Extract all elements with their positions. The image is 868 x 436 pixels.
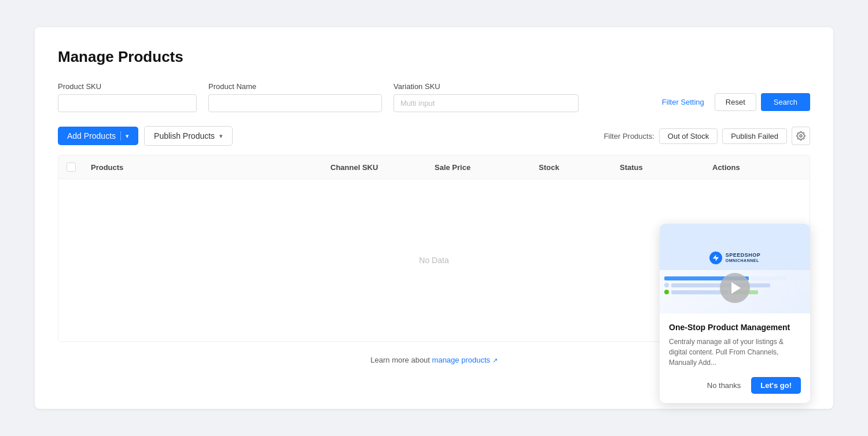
product-sku-input[interactable] bbox=[58, 94, 197, 112]
no-data-message: No Data bbox=[419, 256, 448, 265]
filter-products-label: Filter Products: bbox=[604, 132, 654, 141]
mini-bar-4 bbox=[671, 290, 728, 294]
mini-dot-1 bbox=[664, 283, 669, 287]
publish-products-label: Publish Products bbox=[154, 131, 215, 141]
brand-name-line2: OMNICHANNEL bbox=[726, 258, 761, 263]
channel-sku-column-header: Channel SKU bbox=[323, 162, 428, 172]
select-all-checkbox[interactable] bbox=[67, 162, 76, 172]
filter-products-section: Filter Products: Out of Stock Publish Fa… bbox=[604, 127, 810, 145]
gear-icon bbox=[796, 131, 806, 141]
page-container: Manage Products Product SKU Product Name… bbox=[35, 27, 833, 409]
filter-setting-button[interactable]: Filter Setting bbox=[656, 93, 710, 111]
button-divider bbox=[120, 131, 121, 141]
popup-description: Centraly manage all of your listings & d… bbox=[669, 337, 801, 368]
popup-brand: SPEEDSHOP OMNICHANNEL bbox=[709, 252, 761, 264]
products-column-header: Products bbox=[84, 162, 323, 172]
page-title: Manage Products bbox=[58, 48, 810, 66]
actions-column-header: Actions bbox=[705, 162, 810, 172]
product-name-label: Product Name bbox=[208, 82, 382, 91]
play-video-button[interactable] bbox=[720, 273, 750, 303]
product-name-field: Product Name bbox=[208, 82, 382, 112]
publish-products-button[interactable]: Publish Products ▾ bbox=[144, 126, 233, 146]
chevron-down-icon: ▾ bbox=[126, 132, 129, 140]
search-button[interactable]: Search bbox=[761, 93, 810, 111]
popup-card-body: One-Stop Product Management Centraly man… bbox=[660, 313, 810, 403]
footer-text-prefix: Learn more about bbox=[370, 356, 432, 364]
mini-dot-green bbox=[664, 290, 669, 294]
out-of-stock-button[interactable]: Out of Stock bbox=[659, 128, 718, 144]
popup-actions: No thanks Let's go! bbox=[669, 377, 801, 394]
mini-bar-2 bbox=[751, 276, 786, 280]
column-settings-button[interactable] bbox=[792, 127, 810, 145]
lets-go-button[interactable]: Let's go! bbox=[751, 377, 801, 394]
svg-point-0 bbox=[800, 135, 802, 137]
add-products-popup: SPEEDSHOP OMNICHANNEL Add Products bbox=[660, 224, 810, 403]
variation-sku-input[interactable] bbox=[393, 94, 579, 112]
product-sku-label: Product SKU bbox=[58, 82, 197, 91]
chevron-down-icon: ▾ bbox=[219, 132, 223, 140]
publish-failed-button[interactable]: Publish Failed bbox=[722, 128, 787, 144]
external-link-icon: ↗ bbox=[492, 357, 498, 364]
sale-price-column-header: Sale Price bbox=[428, 162, 532, 172]
select-all-column bbox=[58, 162, 84, 172]
brand-name-line1: SPEEDSHOP bbox=[726, 253, 761, 258]
status-column-header: Status bbox=[613, 162, 705, 172]
add-products-button[interactable]: Add Products ▾ bbox=[58, 127, 138, 145]
product-name-input[interactable] bbox=[208, 94, 382, 112]
popup-headline: One-Stop Product Management bbox=[669, 323, 801, 332]
speedshop-icon bbox=[712, 254, 720, 262]
brand-logo bbox=[709, 252, 722, 264]
stock-column-header: Stock bbox=[532, 162, 613, 172]
toolbar-row: Add Products ▾ Publish Products ▾ Filter… bbox=[58, 126, 810, 146]
filter-actions: Filter Setting Reset Search bbox=[656, 93, 810, 112]
product-sku-field: Product SKU bbox=[58, 82, 197, 112]
manage-products-link[interactable]: manage products bbox=[432, 356, 490, 364]
variation-sku-field: Variation SKU bbox=[393, 82, 579, 112]
no-thanks-button[interactable]: No thanks bbox=[703, 378, 746, 393]
table-header: Products Channel SKU Sale Price Stock St… bbox=[58, 156, 810, 179]
filter-row: Product SKU Product Name Variation SKU F… bbox=[58, 82, 810, 112]
variation-sku-label: Variation SKU bbox=[393, 82, 579, 91]
popup-image-area: SPEEDSHOP OMNICHANNEL Add Products bbox=[660, 224, 810, 313]
add-products-label: Add Products bbox=[67, 131, 116, 141]
reset-button[interactable]: Reset bbox=[715, 93, 756, 111]
